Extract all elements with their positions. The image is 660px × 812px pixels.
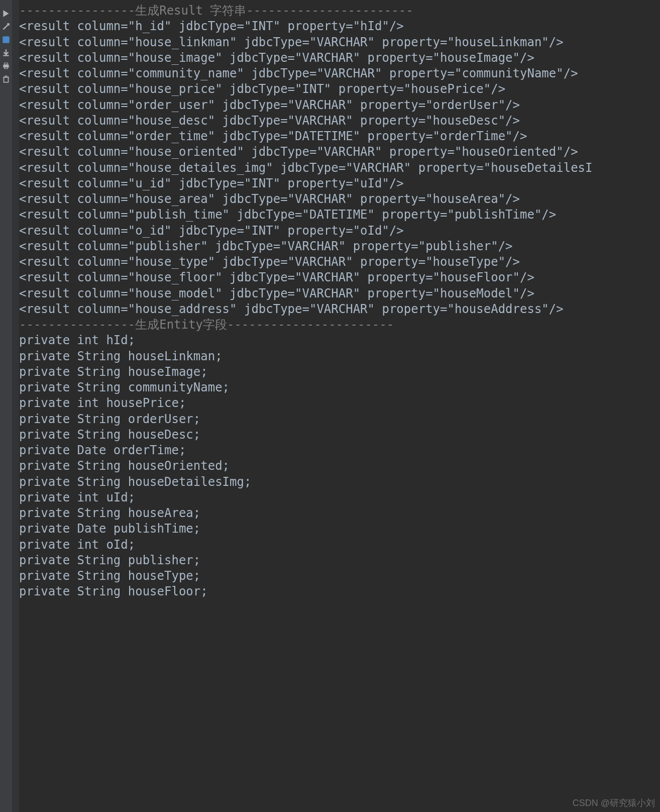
- result-line-16: <result column="house_floor" jdbcType="V…: [19, 270, 660, 285]
- svg-rect-1: [3, 36, 10, 43]
- entity-line-0: private int hId;: [19, 333, 660, 348]
- print-icon[interactable]: [0, 61, 12, 70]
- result-line-11: <result column="house_area" jdbcType="VA…: [19, 191, 660, 207]
- result-line-4: <result column="house_price" jdbcType="I…: [19, 81, 660, 97]
- result-line-0: <result column="h_id" jdbcType="INT" pro…: [19, 19, 660, 34]
- svg-rect-6: [5, 67, 8, 68]
- entity-line-7: private Date orderTime;: [19, 443, 660, 458]
- entity-line-1: private String houseLinkman;: [19, 349, 660, 364]
- entity-line-14: private String publisher;: [19, 553, 660, 568]
- entity-line-5: private String orderUser;: [19, 412, 660, 427]
- result-line-9: <result column="house_detailes_img" jdbc…: [19, 160, 660, 176]
- tool-sidebar: [0, 0, 13, 812]
- entity-line-3: private String communityName;: [19, 380, 660, 395]
- entity-line-10: private int uId;: [19, 490, 660, 505]
- entity-header-comment: ----------------生成Entity字段--------------…: [19, 317, 660, 333]
- editor-gutter: [12, 0, 19, 812]
- entity-line-4: private int housePrice;: [19, 395, 660, 411]
- entity-line-8: private String houseOriented;: [19, 458, 660, 474]
- debug-icon[interactable]: [0, 22, 12, 31]
- result-line-8: <result column="house_oriented" jdbcType…: [19, 144, 660, 160]
- entity-line-2: private String houseImage;: [19, 364, 660, 380]
- result-line-6: <result column="house_desc" jdbcType="VA…: [19, 113, 660, 129]
- result-line-5: <result column="order_user" jdbcType="VA…: [19, 97, 660, 113]
- tool1-icon[interactable]: [0, 35, 12, 44]
- entity-line-15: private String houseType;: [19, 568, 660, 584]
- result-line-14: <result column="publisher" jdbcType="VAR…: [19, 239, 660, 254]
- trash-icon[interactable]: [0, 74, 12, 83]
- entity-line-13: private int oId;: [19, 537, 660, 553]
- entity-line-16: private String houseFloor;: [19, 584, 660, 599]
- svg-marker-0: [3, 10, 9, 17]
- result-line-1: <result column="house_linkman" jdbcType=…: [19, 35, 660, 50]
- svg-rect-7: [4, 77, 9, 82]
- entity-line-12: private Date publishTime;: [19, 521, 660, 537]
- run-icon[interactable]: [0, 9, 12, 18]
- result-line-18: <result column="house_address" jdbcType=…: [19, 301, 660, 317]
- svg-rect-3: [4, 40, 9, 41]
- entity-line-6: private String houseDesc;: [19, 427, 660, 443]
- result-line-13: <result column="o_id" jdbcType="INT" pro…: [19, 223, 660, 239]
- result-line-10: <result column="u_id" jdbcType="INT" pro…: [19, 176, 660, 191]
- result-line-3: <result column="community_name" jdbcType…: [19, 66, 660, 81]
- download-icon[interactable]: [0, 48, 12, 57]
- watermark-text: CSDN @研究猿小刘: [573, 797, 655, 809]
- result-line-12: <result column="publish_time" jdbcType="…: [19, 207, 660, 223]
- result-line-15: <result column="house_type" jdbcType="VA…: [19, 254, 660, 270]
- svg-rect-5: [5, 63, 8, 64]
- console-output[interactable]: ----------------生成Result 字符串------------…: [12, 0, 660, 812]
- result-line-17: <result column="house_model" jdbcType="V…: [19, 286, 660, 301]
- result-line-7: <result column="order_time" jdbcType="DA…: [19, 129, 660, 144]
- result-line-2: <result column="house_image" jdbcType="V…: [19, 50, 660, 66]
- entity-line-11: private String houseArea;: [19, 505, 660, 521]
- svg-rect-2: [4, 38, 9, 39]
- result-header-comment: ----------------生成Result 字符串------------…: [19, 3, 660, 19]
- entity-line-9: private String houseDetailesImg;: [19, 474, 660, 490]
